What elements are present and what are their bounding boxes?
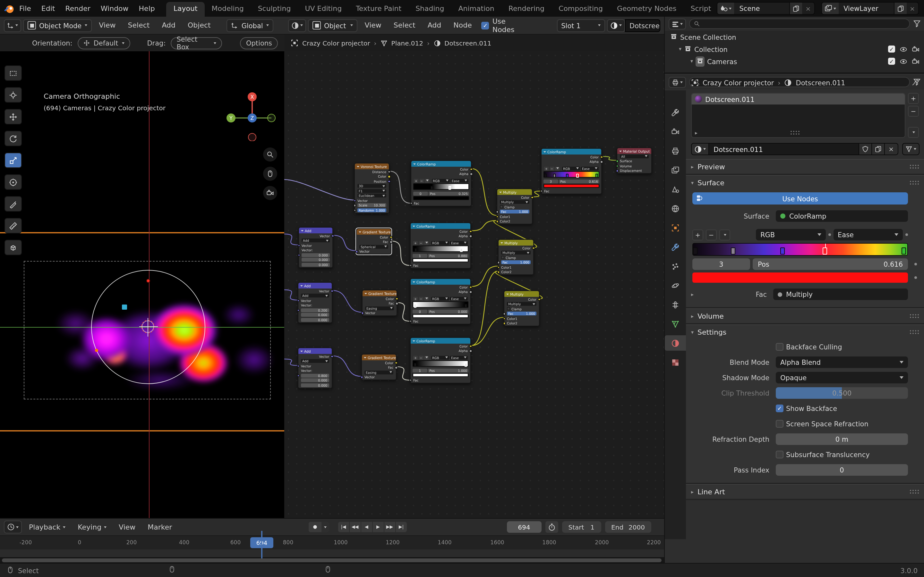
output-socket[interactable]	[388, 170, 391, 173]
output-socket[interactable]	[331, 234, 334, 237]
ramp-stop-index-field[interactable]: 0	[413, 309, 427, 314]
slot-remove-button[interactable]: −	[908, 106, 919, 117]
output-socket[interactable]	[395, 302, 398, 305]
output-socket[interactable]	[469, 235, 472, 237]
ramp-stop-color-swatch[interactable]	[692, 272, 908, 283]
material-name-field[interactable]: Dotscreen.011	[709, 143, 859, 155]
tab-modeling[interactable]: Modeling	[205, 2, 251, 17]
viewport-pan-button[interactable]	[263, 167, 277, 181]
ramp-interpolation-select[interactable]: Ease	[833, 229, 903, 240]
shader-type-selector[interactable]: Object	[308, 19, 358, 32]
node-value-slider[interactable]: Fac1.000	[500, 210, 529, 214]
ramp-specials-button[interactable]	[719, 229, 730, 240]
section-header-line-art[interactable]: ▸Line Art	[686, 485, 924, 499]
node-gradient-texture-3[interactable]: Gradient TextureColorFacEasingVector	[361, 354, 397, 380]
output-socket[interactable]	[395, 361, 397, 364]
section-header-settings[interactable]: ▾Settings	[686, 325, 924, 339]
section-grip[interactable]	[909, 314, 919, 319]
tab-compositing[interactable]: Compositing	[551, 2, 610, 17]
input-socket[interactable]	[496, 215, 499, 218]
timeline-menu-marker[interactable]: Marker	[142, 521, 177, 533]
menu-edit[interactable]: Edit	[36, 2, 60, 15]
mesh-data-selector[interactable]	[902, 143, 919, 155]
node-colorramp-4[interactable]: ColorRampColorAlpha+−RGBEase1Pos1.000Fac	[410, 337, 471, 383]
material-name-field[interactable]: Dotscreen.011	[625, 19, 660, 32]
menu-render[interactable]: Render	[60, 2, 95, 15]
viewport-menu-view[interactable]: View	[94, 19, 121, 31]
tool-transform-button[interactable]	[5, 174, 22, 190]
section-header-surface[interactable]: ▾Surface	[686, 176, 924, 190]
scene-selector[interactable]: Scene×	[717, 2, 814, 15]
section-grip[interactable]	[909, 180, 919, 185]
output-socket[interactable]	[469, 285, 472, 288]
use-nodes-button[interactable]: Use Nodes	[692, 192, 908, 205]
tab-shading[interactable]: Shading	[409, 2, 451, 17]
editor-type-selector[interactable]	[669, 77, 686, 87]
input-socket[interactable]	[540, 189, 543, 192]
properties-tab-particles[interactable]	[665, 258, 686, 274]
ramp-stop-position-field[interactable]: Pos0.616	[559, 179, 599, 183]
timeline-menu-view[interactable]: View	[113, 521, 141, 533]
output-socket[interactable]	[388, 175, 391, 178]
output-socket[interactable]	[469, 230, 472, 233]
use-nodes-checkbox[interactable]: ✓Use Nodes	[481, 17, 527, 34]
node-enum-select[interactable]: Add	[301, 359, 329, 363]
ramp-remove-stop-button[interactable]: −	[419, 241, 423, 245]
color-ramp-widget[interactable]	[692, 243, 908, 256]
options-button[interactable]: Options	[240, 37, 278, 49]
ramp-stop-handle[interactable]	[553, 174, 556, 177]
ramp-specials-button[interactable]	[555, 167, 559, 171]
ramp-color-mode-select[interactable]: RGB	[431, 297, 449, 301]
input-socket[interactable]	[496, 220, 499, 223]
ramp-stop-position-field[interactable]: Pos1.000	[428, 369, 468, 372]
ramp-stop-handle[interactable]	[464, 304, 467, 308]
input-socket[interactable]	[353, 209, 356, 211]
input-socket[interactable]	[360, 376, 363, 379]
node-enum-select[interactable]: Euclidean	[357, 194, 386, 198]
ramp-stop-color-swatch[interactable]	[413, 258, 468, 262]
node-value-slider[interactable]: Randomn1.000	[357, 208, 386, 212]
mode-selector[interactable]: Object Mode	[23, 19, 92, 32]
ramp-stop-color-swatch[interactable]	[543, 184, 599, 188]
material-slot-list[interactable]: Dotscreen.011▸	[691, 93, 905, 138]
ramp-stop-position-field[interactable]: Pos0.000	[428, 309, 468, 314]
node-vector-add-3[interactable]: AddVectorAddVectorVector:0.8000.0000.000	[298, 348, 333, 388]
field-pass-index[interactable]: 0	[776, 464, 908, 476]
selectable-checkbox[interactable]: ✓	[888, 58, 895, 65]
ramp-stop-handle[interactable]	[431, 186, 433, 190]
input-socket[interactable]	[497, 271, 500, 274]
ramp-stop-index-field[interactable]: 3	[543, 179, 558, 183]
node-enum-select[interactable]: Multiply	[507, 302, 536, 306]
output-socket[interactable]	[531, 196, 533, 199]
properties-tab-physics[interactable]	[665, 277, 686, 293]
node-enum-select[interactable]: Easing	[365, 306, 394, 310]
input-socket[interactable]	[361, 311, 364, 314]
vector-component-field[interactable]: 0.000	[302, 253, 330, 257]
section-grip[interactable]	[909, 330, 919, 335]
output-socket[interactable]	[470, 172, 473, 175]
next-keyframe-button[interactable]: ▶▶	[384, 522, 395, 532]
node-colorramp-5[interactable]: ColorRampColorAlpha+−RGBEase3Pos0.616Fac	[541, 148, 602, 194]
timeline-ruler[interactable]: -200020040060080010001200140016001800200…	[0, 535, 664, 550]
node-gradient-texture-1[interactable]: Gradient TextureColorFacSphericalVector	[356, 228, 391, 255]
ramp-stop-handle[interactable]	[901, 247, 906, 255]
tool-rotate-button[interactable]	[5, 131, 22, 146]
properties-tab-world[interactable]	[665, 201, 686, 216]
breadcrumb-material[interactable]: Dotscreen.011	[444, 39, 491, 47]
list-filter-expander[interactable]: ▸	[695, 130, 698, 136]
color-ramp-widget[interactable]	[413, 245, 468, 252]
input-socket[interactable]	[409, 319, 412, 322]
auto-key-button[interactable]	[309, 522, 329, 532]
unlink-material-button[interactable]: ×	[885, 143, 898, 155]
node-multiply-1[interactable]: MultiplyColorMultiplyClampFac1.000Color1…	[497, 189, 533, 224]
input-socket[interactable]	[497, 261, 500, 264]
properties-tab-output[interactable]	[665, 143, 686, 158]
checkbox-unchecked[interactable]	[776, 343, 783, 351]
properties-tab-constraints[interactable]	[665, 297, 686, 312]
node-colorramp-3[interactable]: ColorRampColorAlpha+−RGBEase0Pos0.000Fac	[410, 278, 471, 324]
input-socket[interactable]	[410, 201, 413, 205]
timeline-menu-keying[interactable]: Keying	[73, 521, 111, 533]
pin-id-button[interactable]	[912, 78, 919, 87]
viewport-camera-button[interactable]	[263, 186, 277, 200]
output-socket[interactable]	[395, 366, 397, 369]
